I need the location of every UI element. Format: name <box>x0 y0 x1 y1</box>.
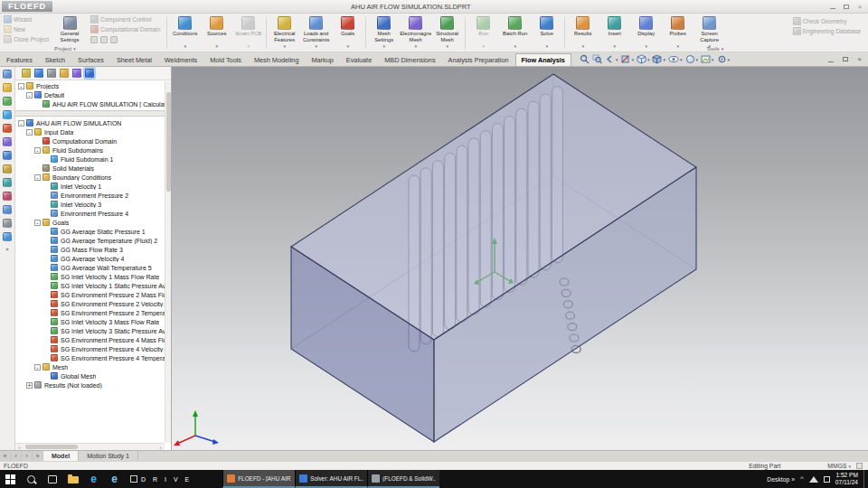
doc-minimize-icon[interactable] <box>826 55 835 64</box>
flow-toolbar-icon[interactable] <box>3 151 12 160</box>
task-view-button[interactable] <box>42 470 62 488</box>
ribbon-button[interactable]: Display ▾ <box>630 14 662 49</box>
tree-expander-icon[interactable]: - <box>34 174 41 181</box>
flow-toolbar-icon[interactable] <box>3 124 12 133</box>
close-icon[interactable]: × <box>854 2 865 11</box>
dropdown-arrow-icon[interactable]: ▾ <box>215 43 218 49</box>
tree-item[interactable]: SG Inlet Velocity 1 Static Pressure Av <box>15 281 165 290</box>
ribbon-button[interactable]: Structural Mesh ▾ <box>431 14 463 49</box>
document-tab[interactable]: Motion Study 1 <box>79 451 138 461</box>
command-tab[interactable]: Evaluate <box>340 53 378 66</box>
tree-item[interactable]: GG Average Temperature (Fluid) 2 <box>15 236 165 245</box>
view-orientation-icon[interactable]: ▾ <box>636 54 651 64</box>
ribbon-button[interactable]: Sources ▾ <box>201 14 232 49</box>
taskbar-window-button[interactable]: FLOEFD - [AHU AIR... <box>222 470 295 488</box>
manager-tab-icon[interactable] <box>60 69 69 78</box>
tree-expander-icon[interactable]: - <box>34 147 41 154</box>
tab-scroll-next-icon[interactable]: › <box>22 451 33 461</box>
dropdown-arrow-icon[interactable]: ▾ <box>446 43 448 49</box>
network-icon[interactable] <box>809 476 818 483</box>
tree-item[interactable]: - Fluid Subdomains <box>15 145 165 155</box>
flow-toolbar-icon[interactable] <box>3 164 12 174</box>
view-settings-icon[interactable]: ▾ <box>716 54 731 64</box>
flow-toolbar-icon[interactable] <box>3 232 12 241</box>
tree-item[interactable]: SG Inlet Velocity 3 Mass Flow Rate <box>15 317 165 326</box>
edit-appearance-icon[interactable]: ▾ <box>684 54 700 64</box>
dropdown-arrow-icon[interactable]: ▾ <box>346 43 349 49</box>
unit-system-selector[interactable]: MMGS ▾ <box>827 463 851 469</box>
ribbon-button[interactable]: Electromagnetic Mesh ▾ <box>400 14 431 49</box>
ribbon-button[interactable]: Solve ▾ <box>531 14 562 49</box>
dropdown-arrow-icon[interactable]: ▾ <box>676 43 679 49</box>
scroll-right-arrow-icon[interactable]: › <box>156 444 165 451</box>
ribbon-button[interactable]: Goals ▾ <box>332 14 363 49</box>
zoom-to-fit-icon[interactable] <box>579 54 590 64</box>
flow-toolbar-icon[interactable] <box>3 70 12 79</box>
hide-show-items-icon[interactable]: ▾ <box>667 54 684 64</box>
tree-item[interactable]: SG Environment Pressure 4 Velocity Av <box>15 344 165 353</box>
dropdown-arrow-icon[interactable]: ▾ <box>184 43 186 49</box>
doc-restore-icon[interactable] <box>840 55 850 64</box>
tab-scroll-last-icon[interactable]: » <box>33 451 43 461</box>
project-group-label[interactable]: Project ▾ <box>54 45 76 52</box>
tree-item[interactable]: GG Mass Flow Rate 3 <box>15 245 165 254</box>
tools-group-label[interactable]: Tools ▾ <box>706 45 723 52</box>
tree-item[interactable]: Inlet Velocity 1 <box>15 182 165 191</box>
command-tab[interactable]: Weldments <box>158 53 203 66</box>
tree-item[interactable]: SG Environment Pressure 2 Velocity Av <box>15 299 165 308</box>
tree-item[interactable]: SG Environment Pressure 4 Mass Flow Rate <box>15 335 165 344</box>
tab-scroll-first-icon[interactable]: « <box>0 451 11 461</box>
taskbar-window-button[interactable]: Solver: AHU AIR FL... <box>295 470 367 488</box>
ribbon-button[interactable]: Insert ▾ <box>599 14 630 49</box>
tree-item[interactable]: SG Environment Pressure 4 Temperature (F… <box>15 353 165 362</box>
command-tab[interactable]: Sheet Metal <box>110 53 158 66</box>
tree-item[interactable]: - AHU AIR FLOW SIMULATION <box>15 118 165 127</box>
tree-item[interactable]: Computational Domain <box>15 136 165 145</box>
ribbon-button[interactable]: Screen Capture ▾ <box>693 14 725 49</box>
ribbon-small-button[interactable]: Clone Project <box>2 34 51 44</box>
tree-item[interactable]: - Boundary Conditions <box>15 173 165 182</box>
tree-item[interactable]: Global Mesh <box>15 371 165 380</box>
flow-toolbar-icon[interactable] <box>3 192 12 201</box>
tree-expander-icon[interactable]: - <box>34 220 41 226</box>
minimize-icon[interactable] <box>827 2 838 11</box>
scroll-left-arrow-icon[interactable]: ‹ <box>15 444 24 451</box>
tree-horizontal-scrollbar[interactable]: ‹ › <box>15 443 165 450</box>
ribbon-small-button[interactable]: Component Control <box>89 14 162 24</box>
command-tab[interactable]: Sketch <box>39 53 71 66</box>
command-tab[interactable]: Markup <box>305 53 339 66</box>
tree-item[interactable]: - Projects <box>15 81 165 90</box>
tree-item[interactable]: Environment Pressure 2 <box>15 191 165 200</box>
ribbon-button[interactable]: Probes ▾ <box>662 14 693 49</box>
taskbar-clock[interactable]: 1:52 PM 07/11/24 <box>835 472 858 486</box>
drive-toolbar[interactable]: D R I V E <box>125 470 197 488</box>
ribbon-small-button[interactable]: Engineering Database <box>791 26 863 36</box>
command-tab[interactable]: MBD Dimensions <box>378 53 441 66</box>
dropdown-arrow-icon[interactable]: ▾ <box>482 43 485 49</box>
tree-item[interactable]: - Input Data <box>15 127 165 136</box>
tree-item[interactable]: SG Environment Pressure 2 Mass Flow Rate <box>15 290 165 299</box>
flow-toolbar-icon[interactable] <box>3 219 12 228</box>
flow-toolbar-icon[interactable] <box>3 83 12 92</box>
start-button[interactable] <box>0 470 21 488</box>
dropdown-arrow-icon[interactable]: ▾ <box>545 43 548 49</box>
tree-expander-icon[interactable]: - <box>18 83 24 89</box>
section-view-icon[interactable]: ▾ <box>619 54 635 64</box>
tree-expander-icon[interactable]: + <box>26 382 33 389</box>
maximize-icon[interactable] <box>841 2 852 11</box>
ribbon-button[interactable]: Results ▾ <box>567 14 599 49</box>
flow-toolbar-icon[interactable] <box>3 97 12 106</box>
tree-item[interactable]: + Results (Not loaded) <box>15 380 165 389</box>
flow-toolbar-icon[interactable] <box>3 178 12 187</box>
dropdown-arrow-icon[interactable]: ▾ <box>414 43 417 49</box>
ribbon-button[interactable]: Electrical Features ▾ <box>269 14 300 49</box>
command-tab[interactable]: Mesh Modeling <box>248 53 305 66</box>
previous-view-icon[interactable]: ▾ <box>604 54 619 64</box>
tree-item[interactable]: SG Environment Pressure 2 Temperature (F… <box>15 308 165 317</box>
ribbon-mini-icon[interactable] <box>90 36 98 43</box>
flow-toolbar-icon[interactable] <box>3 205 12 214</box>
scrollbar-thumb[interactable] <box>166 92 171 192</box>
file-explorer-button[interactable] <box>62 470 83 488</box>
tree-vertical-scrollbar[interactable] <box>165 81 171 443</box>
command-tab[interactable]: Surfaces <box>71 53 110 66</box>
